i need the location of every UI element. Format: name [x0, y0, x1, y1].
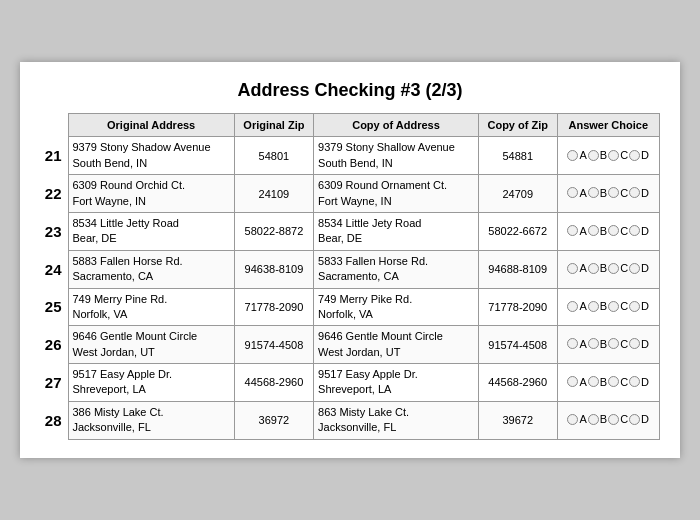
answer-choice[interactable]: ABCD: [557, 250, 659, 288]
radio-option-b[interactable]: B: [588, 376, 607, 388]
radio-option-c[interactable]: C: [608, 338, 628, 350]
address-table: Original Address Original Zip Copy of Ad…: [40, 113, 660, 439]
radio-option-a[interactable]: A: [567, 413, 586, 425]
row-number: 25: [40, 288, 68, 326]
answer-choice[interactable]: ABCD: [557, 401, 659, 439]
row-number: 27: [40, 364, 68, 402]
radio-label-c: C: [620, 225, 628, 237]
radio-circle-d: [629, 301, 640, 312]
radio-option-a[interactable]: A: [567, 225, 586, 237]
radio-option-b[interactable]: B: [588, 149, 607, 161]
radio-label-d: D: [641, 149, 649, 161]
row-number: 21: [40, 137, 68, 175]
original-address: 6309 Round Orchid Ct.Fort Wayne, IN: [68, 175, 234, 213]
radio-circle-c: [608, 376, 619, 387]
radio-circle-a: [567, 376, 578, 387]
original-address: 9646 Gentle Mount CircleWest Jordan, UT: [68, 326, 234, 364]
radio-label-a: A: [579, 413, 586, 425]
table-row: 219379 Stony Shadow AvenueSouth Bend, IN…: [40, 137, 660, 175]
radio-option-d[interactable]: D: [629, 225, 649, 237]
answer-choice[interactable]: ABCD: [557, 326, 659, 364]
radio-label-c: C: [620, 149, 628, 161]
radio-option-b[interactable]: B: [588, 413, 607, 425]
original-address: 386 Misty Lake Ct.Jacksonville, FL: [68, 401, 234, 439]
radio-option-b[interactable]: B: [588, 262, 607, 274]
radio-option-b[interactable]: B: [588, 187, 607, 199]
answer-choice[interactable]: ABCD: [557, 212, 659, 250]
radio-label-b: B: [600, 300, 607, 312]
radio-option-c[interactable]: C: [608, 187, 628, 199]
radio-circle-c: [608, 301, 619, 312]
radio-label-d: D: [641, 413, 649, 425]
radio-label-a: A: [579, 262, 586, 274]
radio-option-a[interactable]: A: [567, 376, 586, 388]
original-address: 5883 Fallen Horse Rd.Sacramento, CA: [68, 250, 234, 288]
radio-circle-c: [608, 263, 619, 274]
radio-circle-d: [629, 150, 640, 161]
radio-label-b: B: [600, 187, 607, 199]
radio-label-d: D: [641, 262, 649, 274]
radio-label-b: B: [600, 225, 607, 237]
radio-circle-b: [588, 263, 599, 274]
radio-label-b: B: [600, 338, 607, 350]
radio-option-c[interactable]: C: [608, 262, 628, 274]
radio-option-b[interactable]: B: [588, 300, 607, 312]
col-header-answer: Answer Choice: [557, 114, 659, 137]
radio-circle-a: [567, 263, 578, 274]
copy-address: 5833 Fallen Horse Rd.Sacramento, CA: [314, 250, 479, 288]
copy-zip: 44568-2960: [478, 364, 557, 402]
table-row: 25749 Merry Pine Rd.Norfolk, VA71778-209…: [40, 288, 660, 326]
answer-choice[interactable]: ABCD: [557, 288, 659, 326]
radio-circle-c: [608, 187, 619, 198]
copy-address: 8534 Little Jety RoadBear, DE: [314, 212, 479, 250]
radio-option-c[interactable]: C: [608, 413, 628, 425]
radio-option-a[interactable]: A: [567, 187, 586, 199]
copy-zip: 54881: [478, 137, 557, 175]
original-zip: 36972: [234, 401, 313, 439]
radio-option-a[interactable]: A: [567, 262, 586, 274]
original-address: 8534 Little Jetty RoadBear, DE: [68, 212, 234, 250]
radio-circle-b: [588, 376, 599, 387]
radio-label-b: B: [600, 376, 607, 388]
radio-option-a[interactable]: A: [567, 338, 586, 350]
answer-choice[interactable]: ABCD: [557, 175, 659, 213]
table-row: 269646 Gentle Mount CircleWest Jordan, U…: [40, 326, 660, 364]
radio-option-d[interactable]: D: [629, 413, 649, 425]
radio-option-a[interactable]: A: [567, 149, 586, 161]
radio-option-a[interactable]: A: [567, 300, 586, 312]
radio-option-d[interactable]: D: [629, 338, 649, 350]
radio-option-b[interactable]: B: [588, 338, 607, 350]
radio-label-c: C: [620, 187, 628, 199]
copy-address: 863 Misty Lake Ct.Jacksonville, FL: [314, 401, 479, 439]
answer-choice[interactable]: ABCD: [557, 364, 659, 402]
col-header-copy-zip: Copy of Zip: [478, 114, 557, 137]
answer-choice[interactable]: ABCD: [557, 137, 659, 175]
radio-option-d[interactable]: D: [629, 376, 649, 388]
radio-label-d: D: [641, 225, 649, 237]
row-number: 28: [40, 401, 68, 439]
original-zip: 44568-2960: [234, 364, 313, 402]
radio-label-c: C: [620, 262, 628, 274]
copy-zip: 94688-8109: [478, 250, 557, 288]
radio-circle-a: [567, 338, 578, 349]
radio-option-b[interactable]: B: [588, 225, 607, 237]
radio-label-d: D: [641, 376, 649, 388]
radio-circle-d: [629, 187, 640, 198]
radio-label-d: D: [641, 187, 649, 199]
radio-label-a: A: [579, 376, 586, 388]
radio-option-c[interactable]: C: [608, 376, 628, 388]
radio-circle-a: [567, 187, 578, 198]
radio-circle-c: [608, 338, 619, 349]
table-row: 245883 Fallen Horse Rd.Sacramento, CA946…: [40, 250, 660, 288]
radio-option-d[interactable]: D: [629, 300, 649, 312]
radio-circle-c: [608, 414, 619, 425]
radio-option-d[interactable]: D: [629, 149, 649, 161]
radio-circle-d: [629, 338, 640, 349]
radio-option-c[interactable]: C: [608, 300, 628, 312]
radio-option-c[interactable]: C: [608, 149, 628, 161]
radio-option-d[interactable]: D: [629, 262, 649, 274]
radio-circle-b: [588, 301, 599, 312]
radio-option-d[interactable]: D: [629, 187, 649, 199]
radio-label-a: A: [579, 225, 586, 237]
radio-option-c[interactable]: C: [608, 225, 628, 237]
